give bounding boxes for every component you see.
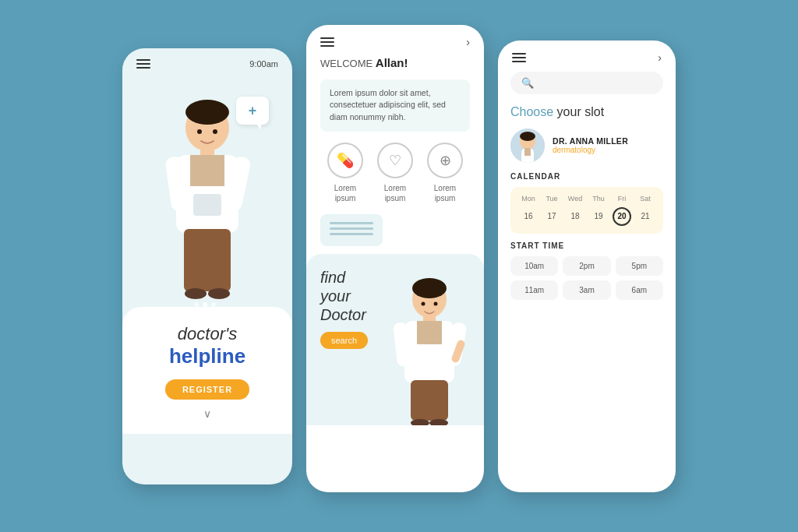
time-2pm[interactable]: 2pm: [563, 256, 610, 276]
phone-2: › WELCOME Allan! Lorem ipsum dolor sit a…: [306, 25, 484, 492]
welcome-label: WELCOME: [320, 58, 376, 69]
pill-icon[interactable]: 💊: [327, 143, 363, 178]
svg-point-9: [208, 288, 230, 299]
msg-line-2: [330, 227, 373, 230]
date-18[interactable]: 18: [566, 207, 584, 226]
doctors-title: doctor's helpline: [136, 324, 278, 369]
phone-1-time: 9:00am: [249, 59, 278, 69]
msg-line-3: [330, 233, 373, 235]
register-button[interactable]: REGISTER: [165, 379, 249, 400]
phone-1-illustration: +: [122, 73, 292, 315]
start-time-label: START TIME: [510, 241, 663, 250]
title-bold: helpline: [136, 344, 278, 368]
date-16[interactable]: 16: [519, 207, 538, 226]
time-6am[interactable]: 6am: [616, 280, 663, 300]
time-11am[interactable]: 11am: [510, 280, 558, 300]
choose-slot-title: Choose your slot: [510, 105, 663, 119]
plus-circle-icon[interactable]: ⊕: [427, 143, 463, 178]
chat-bubble: +: [236, 97, 269, 125]
time-section: START TIME 10am 2pm 5pm 11am 3am 6am: [498, 241, 676, 300]
welcome-prefix: WELCOME Allan!: [320, 58, 408, 69]
phone-2-icons: 💊 Loremipsum ♡ Loremipsum ⊕ Loremipsum: [306, 143, 484, 203]
scroll-down-chevron: ∨: [136, 407, 278, 420]
msg-line-1: [330, 222, 373, 224]
day-sat: Sat: [636, 195, 655, 203]
doctor-avatar: [510, 129, 545, 163]
day-tue: Tue: [542, 195, 561, 203]
svg-point-1: [185, 100, 229, 125]
svg-point-11: [213, 129, 217, 134]
time-grid: 10am 2pm 5pm 11am 3am 6am: [510, 256, 663, 300]
icon-label-1: Loremipsum: [334, 183, 356, 203]
svg-point-23: [422, 301, 425, 305]
doctor-name: DR. ANNA MILLER: [553, 136, 628, 146]
svg-rect-30: [524, 148, 531, 156]
chevron-right-icon[interactable]: ›: [466, 36, 470, 48]
phone-2-welcome: WELCOME Allan!: [306, 56, 484, 79]
date-20-selected[interactable]: 20: [613, 207, 631, 226]
icon-item-2: ♡ Loremipsum: [377, 143, 413, 203]
icon-label-2: Loremipsum: [384, 183, 406, 203]
search-bar[interactable]: 🔍: [510, 72, 663, 94]
phone-2-description: Lorem ipsum dolor sit amet, consectetuer…: [320, 79, 470, 132]
date-19[interactable]: 19: [589, 207, 608, 226]
dot-2: [203, 302, 207, 307]
calendar-dates: 16 17 18 19 20 21: [517, 207, 657, 226]
hamburger-icon-2[interactable]: [320, 37, 334, 47]
phones-container: 9:00am +: [99, 17, 699, 516]
doctor-illustration-2: [383, 270, 476, 425]
calendar-label: CALENDAR: [510, 172, 663, 181]
svg-rect-12: [193, 194, 221, 216]
day-thu: Thu: [589, 195, 608, 203]
phone-2-header: ›: [306, 25, 484, 56]
time-10am[interactable]: 10am: [510, 256, 558, 276]
day-mon: Mon: [519, 195, 538, 203]
phone-3: › 🔍 Choose your slot DR. ANNA MILLER: [498, 41, 676, 492]
heart-icon[interactable]: ♡: [377, 143, 413, 178]
date-21[interactable]: 21: [636, 207, 655, 226]
choose-rest: your slot: [553, 105, 604, 118]
hamburger-icon-3[interactable]: [512, 53, 526, 62]
svg-rect-17: [417, 321, 442, 344]
phone-1-bottom: doctor's helpline REGISTER ∨: [122, 307, 292, 435]
date-17[interactable]: 17: [542, 207, 561, 226]
plus-icon: +: [249, 104, 257, 118]
day-fri: Fri: [613, 195, 631, 203]
phone-1: 9:00am +: [122, 48, 292, 484]
choose-teal: Choose: [510, 105, 553, 118]
doctor-card: DR. ANNA MILLER dermatology: [498, 129, 676, 172]
phone-3-header: ›: [498, 41, 676, 72]
hamburger-icon[interactable]: [136, 59, 150, 69]
dot-1: [194, 302, 199, 307]
calendar-grid: Mon Tue Wed Thu Fri Sat 16 17 18 19 20 2…: [510, 187, 663, 234]
svg-point-14: [412, 278, 447, 298]
find-text-line2: your: [320, 287, 351, 305]
day-wed: Wed: [566, 195, 584, 203]
svg-point-10: [197, 129, 202, 134]
time-3am[interactable]: 3am: [563, 280, 610, 300]
doctor-specialty: dermatology: [553, 146, 628, 154]
icon-item-1: 💊 Loremipsum: [327, 143, 363, 203]
icon-item-3: ⊕ Loremipsum: [427, 143, 463, 203]
choose-slot-section: Choose your slot: [498, 105, 676, 129]
find-text-line3: Doctor: [320, 306, 366, 323]
welcome-name: Allan!: [376, 56, 408, 69]
find-text-line1: find: [320, 269, 345, 286]
message-bubble: [320, 214, 383, 246]
register-btn-container: REGISTER: [136, 379, 278, 400]
calendar-section: CALENDAR Mon Tue Wed Thu Fri Sat 16 17 1…: [498, 172, 676, 241]
phone-1-header: 9:00am: [122, 48, 292, 73]
svg-point-8: [185, 288, 207, 299]
time-5pm[interactable]: 5pm: [616, 256, 663, 276]
icon-label-3: Loremipsum: [434, 183, 456, 203]
phone-2-bottom: find your Doctor search: [306, 254, 484, 425]
dots-indicator: [194, 302, 216, 307]
svg-point-24: [434, 301, 438, 305]
title-italic: doctor's: [136, 324, 278, 344]
svg-rect-4: [190, 155, 224, 186]
doctor-info: DR. ANNA MILLER dermatology: [553, 136, 628, 154]
search-icon: 🔍: [521, 77, 534, 89]
svg-rect-20: [411, 380, 448, 421]
chevron-right-icon-3[interactable]: ›: [658, 51, 662, 64]
search-button[interactable]: search: [320, 332, 368, 349]
